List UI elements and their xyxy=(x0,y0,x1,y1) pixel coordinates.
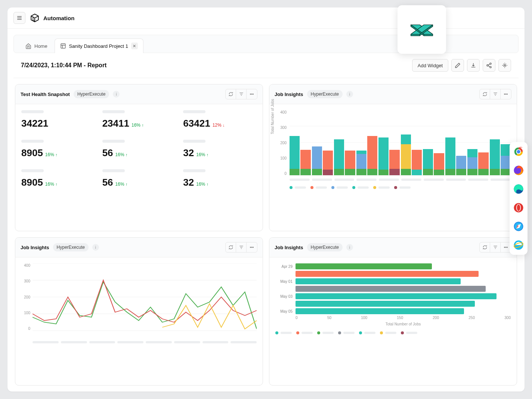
menu-button[interactable] xyxy=(13,12,25,24)
metric: 5616% ↑ xyxy=(102,140,176,159)
dashboard-grid: Test Health Snapshot HyperExecute i 3422… xyxy=(7,78,525,392)
filter-button[interactable] xyxy=(236,242,247,252)
more-button[interactable] xyxy=(247,89,257,99)
report-bar: 7/24/2023, 1:10:44 PM - Report Add Widge… xyxy=(13,53,519,78)
svg-point-11 xyxy=(504,65,505,66)
more-button[interactable] xyxy=(501,89,511,99)
card-pill: HyperExecute xyxy=(307,90,343,98)
ie-icon[interactable] xyxy=(513,239,525,251)
y-axis-ticks: 4003002001000 xyxy=(21,263,30,331)
report-actions: Add Widget xyxy=(412,59,511,72)
chrome-icon[interactable] xyxy=(513,146,525,158)
filter-button[interactable] xyxy=(236,89,247,99)
hyperexecute-x-icon xyxy=(409,21,435,38)
hyperexecute-logo-card xyxy=(398,5,446,54)
metric: 890516% ↑ xyxy=(21,169,95,188)
app-logo: Automation xyxy=(30,13,74,23)
refresh-button[interactable] xyxy=(480,242,490,252)
hbar-chart: Apr 29May 01May 03May 05 xyxy=(275,263,511,314)
download-icon xyxy=(470,62,476,68)
card-header: Test Health Snapshot HyperExecute i xyxy=(15,84,263,104)
metric: 6342112% ↓ xyxy=(183,110,257,129)
hbar-row: May 01 xyxy=(275,278,511,284)
metric: 2341116% ↑ xyxy=(102,110,176,129)
refresh-icon xyxy=(482,245,488,250)
filter-icon xyxy=(493,92,498,97)
hbar-row: Apr 29 xyxy=(275,263,511,269)
card-test-health-snapshot: Test Health Snapshot HyperExecute i 3422… xyxy=(15,84,263,231)
metrics-grid: 342212341116% ↑6342112% ↓890516% ↑5616% … xyxy=(21,110,257,188)
metric: 3216% ↑ xyxy=(183,169,257,188)
svg-point-16 xyxy=(505,94,506,95)
hamburger-icon xyxy=(16,15,22,21)
download-button[interactable] xyxy=(467,59,480,72)
hbar-legend xyxy=(275,331,511,334)
card-pill: HyperExecute xyxy=(307,243,343,251)
svg-point-19 xyxy=(251,247,252,248)
x-axis-label: Total Number of Jobs xyxy=(296,322,511,326)
filter-button[interactable] xyxy=(490,242,501,252)
opera-icon[interactable] xyxy=(513,202,525,214)
edge-icon[interactable] xyxy=(513,183,525,195)
x-axis-placeholders xyxy=(290,179,511,181)
card-header: Job Insights HyperExecute i xyxy=(15,238,263,257)
hbar-row xyxy=(275,271,511,277)
line-chart: 4003002001000 xyxy=(21,263,257,338)
card-title: Job Insights xyxy=(275,245,303,250)
svg-point-13 xyxy=(251,94,252,95)
refresh-button[interactable] xyxy=(480,89,490,99)
dots-icon xyxy=(249,245,254,250)
metric: 3216% ↑ xyxy=(183,140,257,159)
dots-icon xyxy=(249,92,254,97)
info-icon[interactable]: i xyxy=(92,244,99,251)
info-icon[interactable]: i xyxy=(346,91,353,98)
svg-point-8 xyxy=(490,63,491,64)
edit-button[interactable] xyxy=(451,59,464,72)
filter-button[interactable] xyxy=(490,89,501,99)
refresh-icon xyxy=(228,92,233,97)
tab-home-label: Home xyxy=(34,43,47,49)
svg-point-14 xyxy=(253,94,254,95)
metric: 890516% ↑ xyxy=(21,140,95,159)
bar-legend xyxy=(290,186,511,189)
app-logo-icon xyxy=(30,13,40,23)
stacked-bar-chart: Total Number of Jobs 4003002001000 xyxy=(275,110,511,189)
svg-point-20 xyxy=(253,247,254,248)
svg-marker-5 xyxy=(424,34,433,36)
gear-icon xyxy=(502,62,508,68)
refresh-button[interactable] xyxy=(226,89,236,99)
firefox-icon[interactable] xyxy=(513,164,525,176)
filter-icon xyxy=(239,92,244,97)
app-title: Automation xyxy=(43,15,74,21)
metric: 5616% ↑ xyxy=(102,169,176,188)
dots-icon xyxy=(503,245,508,250)
svg-point-9 xyxy=(487,65,488,66)
tab-home[interactable]: Home xyxy=(20,38,53,53)
refresh-icon xyxy=(228,245,233,250)
svg-point-27 xyxy=(505,247,506,248)
hbar-row xyxy=(275,301,511,307)
card-job-insights-hbar: Job Insights HyperExecute i Apr 29May 01… xyxy=(269,237,517,386)
y-axis-ticks: 4003002001000 xyxy=(275,110,287,176)
pencil-icon xyxy=(455,62,461,68)
add-widget-button[interactable]: Add Widget xyxy=(412,59,448,72)
x-axis-ticks: 050100150200250300 xyxy=(296,316,511,320)
svg-point-28 xyxy=(507,247,508,248)
safari-icon[interactable] xyxy=(513,220,525,232)
tab-project-label: Sanity Dashboard Project 1 xyxy=(69,43,128,49)
tab-project[interactable]: Sanity Dashboard Project 1 ✕ xyxy=(55,38,143,53)
svg-point-18 xyxy=(250,247,251,248)
hbar-row: May 03 xyxy=(275,293,511,299)
svg-point-26 xyxy=(504,247,505,248)
info-icon[interactable]: i xyxy=(113,91,120,98)
svg-point-10 xyxy=(490,66,491,68)
tab-close-button[interactable]: ✕ xyxy=(131,43,138,49)
settings-button[interactable] xyxy=(498,59,511,72)
bars-area xyxy=(290,110,511,176)
info-icon[interactable]: i xyxy=(346,244,353,251)
refresh-button[interactable] xyxy=(226,242,236,252)
card-pill: HyperExecute xyxy=(53,243,89,251)
dashboard-icon xyxy=(60,43,66,49)
more-button[interactable] xyxy=(247,242,257,252)
share-button[interactable] xyxy=(483,59,495,72)
